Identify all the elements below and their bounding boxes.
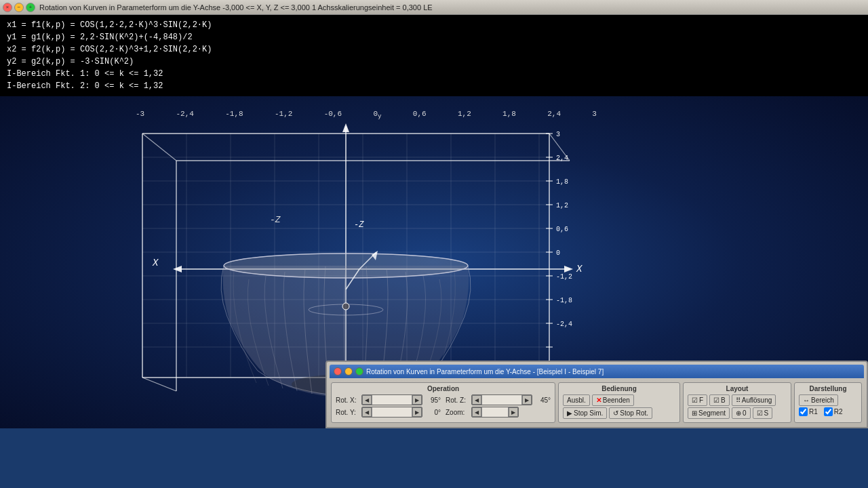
s-icon: ☑ — [757, 409, 763, 417]
info-area: x1 = f1(k,p) = COS(1,2·2,2·K)^3·SIN(2,2·… — [0, 15, 868, 96]
rot-z-left-arrow[interactable]: ◀ — [472, 395, 481, 405]
rot-x-row: Rot. X: ◀ ▶ 95° Rot. Z: ◀ ▶ 45° — [336, 394, 551, 405]
rot-z-value: 45° — [534, 396, 551, 404]
rot-x-track[interactable] — [372, 395, 412, 405]
rot-z-slider[interactable]: ◀ ▶ — [471, 394, 532, 405]
x-label--0.6: -0,6 — [324, 110, 342, 120]
svg-text:X: X — [152, 258, 159, 268]
rot-x-label: Rot. X: — [336, 396, 359, 404]
zoom-slider[interactable]: ◀ ▶ — [471, 407, 519, 418]
svg-point-61 — [224, 253, 468, 278]
bereich-button[interactable]: ↔ Bereich — [799, 394, 838, 406]
formula-line1: x1 = f1(k,p) = COS(1,2·2,2·K)^3·SIN(2,2·… — [7, 19, 861, 31]
svg-marker-31 — [173, 266, 182, 272]
zero-button[interactable]: ⊕ 0 — [732, 407, 751, 419]
s-button[interactable]: ☑ S — [753, 407, 773, 419]
b-icon: ☑ — [713, 396, 719, 404]
stop-sim-button[interactable]: ▶ Stop Sim. — [563, 407, 607, 419]
f-button[interactable]: ☑ F — [688, 394, 707, 406]
bedienung-row2: ▶ Stop Sim. ↺ Stop Rot. — [563, 407, 675, 419]
aufloesung-icon: ⠿ — [736, 396, 741, 404]
stop-rot-icon: ↺ — [613, 409, 618, 417]
zoom-right-arrow[interactable]: ▶ — [509, 407, 518, 417]
rot-x-slider[interactable]: ◀ ▶ — [361, 394, 422, 405]
close-button[interactable]: × — [3, 3, 12, 12]
minimize-button[interactable]: − — [14, 3, 24, 12]
maximize-button[interactable]: + — [26, 3, 35, 12]
window-buttons: × − + — [3, 3, 35, 12]
b-button[interactable]: ☑ B — [709, 394, 730, 406]
formula-line4: y2 = g2(k,p) = -3·SIN(K^2) — [7, 56, 861, 68]
rot-z-label: Rot. Z: — [446, 396, 469, 404]
segment-icon: ⊞ — [692, 409, 697, 417]
x-label-1.2: 1,2 — [458, 110, 471, 120]
rot-y-label: Rot. Y: — [336, 409, 359, 416]
bottom-panel: Rotation von Kurven in Parameterform um … — [326, 361, 868, 428]
r2-label: R2 — [834, 408, 843, 415]
layout-section: Layout ☑ F ☑ B ⠿ Auflösung — [683, 382, 791, 423]
svg-marker-28 — [342, 123, 349, 132]
rot-y-track[interactable] — [372, 407, 412, 417]
x-label-3: 3 — [592, 110, 597, 120]
x-label-1.8: 1,8 — [502, 110, 516, 120]
formula-line6: I-Bereich Fkt. 2: 0 <= k <= 1,32 — [7, 80, 861, 92]
formula-line5: I-Bereich Fkt. 1: 0 <= k <= 1,32 — [7, 68, 861, 80]
z-axis-label: -Z — [270, 215, 281, 225]
rot-x-left-arrow[interactable]: ◀ — [362, 395, 372, 405]
rot-x-right-arrow[interactable]: ▶ — [412, 395, 422, 405]
panel-max-btn[interactable] — [355, 367, 363, 375]
controls-row: Operation Rot. X: ◀ ▶ 95° Rot. Z: ◀ ▶ — [330, 381, 864, 424]
zoom-track[interactable] — [481, 407, 509, 417]
ausbl-button[interactable]: Ausbl. — [563, 394, 590, 406]
r2-checkbox-group[interactable]: R2 — [824, 407, 843, 416]
x-label--1.2: -1,2 — [275, 110, 292, 120]
svg-text:-1,8: -1,8 — [556, 297, 572, 304]
panel-min-btn[interactable] — [344, 367, 353, 375]
svg-text:2,4: 2,4 — [556, 155, 568, 162]
rot-z-right-arrow[interactable]: ▶ — [522, 395, 532, 405]
panel-close-btn[interactable] — [334, 367, 342, 375]
darstellung-label: Darstellung — [799, 385, 857, 392]
panel-title: Rotation von Kurven in Parameterform um … — [366, 368, 604, 375]
titlebar: × − + Rotation von Kurven in Parameterfo… — [0, 0, 868, 15]
operation-section: Operation Rot. X: ◀ ▶ 95° Rot. Z: ◀ ▶ — [331, 382, 555, 423]
rot-y-right-arrow[interactable]: ▶ — [412, 407, 422, 417]
x-label--1.8: -1,8 — [225, 110, 243, 120]
layout-label: Layout — [688, 385, 787, 392]
svg-point-65 — [342, 303, 349, 310]
stop-rot-button[interactable]: ↺ Stop Rot. — [609, 407, 652, 419]
svg-text:1,8: 1,8 — [556, 178, 568, 186]
rot-y-slider[interactable]: ◀ ▶ — [361, 407, 422, 418]
rot-x-value: 95° — [425, 396, 441, 404]
darstellung-row1: ↔ Bereich — [799, 394, 857, 406]
svg-text:1,2: 1,2 — [556, 202, 568, 209]
zoom-label: Zoom: — [446, 409, 469, 416]
darstellung-row2: R1 R2 — [799, 407, 857, 416]
rot-z-track[interactable] — [481, 395, 522, 405]
beenden-x-icon: ✕ — [596, 396, 601, 404]
formula-line2: y1 = g1(k,p) = 2,2·SIN(K^2)+(-4,848)/2 — [7, 31, 861, 43]
rot-y-value: 0° — [425, 409, 441, 416]
segment-button[interactable]: ⊞ Segment — [688, 407, 730, 419]
aufloesung-button[interactable]: ⠿ Auflösung — [732, 394, 776, 406]
x-axis-labels: -3 -2,4 -1,8 -1,2 -0,6 0y 0,6 1,2 1,8 2,… — [136, 110, 597, 120]
beenden-button[interactable]: ✕ Beenden — [592, 394, 634, 406]
window-title: Rotation von Kurven in Parameterform um … — [39, 3, 433, 12]
svg-text:3: 3 — [556, 131, 560, 138]
stop-sim-icon: ▶ — [567, 409, 572, 417]
rot-y-left-arrow[interactable]: ◀ — [362, 407, 372, 417]
r1-checkbox-group[interactable]: R1 — [799, 407, 818, 416]
x-label--3: -3 — [136, 110, 144, 120]
main-3d-view: -3 -2,4 -1,8 -1,2 -0,6 0y 0,6 1,2 1,8 2,… — [0, 96, 868, 428]
bedienung-row1: Ausbl. ✕ Beenden — [563, 394, 675, 406]
x-label-2.4: 2,4 — [547, 110, 561, 120]
x-label-0.6: 0,6 — [413, 110, 427, 120]
bedienung-section: Bedienung Ausbl. ✕ Beenden ▶ Stop Sim. ↺ — [558, 382, 680, 423]
r2-checkbox[interactable] — [824, 407, 833, 416]
operation-label: Operation — [336, 385, 551, 392]
svg-text:0: 0 — [556, 249, 560, 257]
r1-checkbox[interactable] — [799, 407, 808, 416]
svg-text:0,6: 0,6 — [556, 226, 568, 233]
r1-label: R1 — [809, 408, 818, 415]
zoom-left-arrow[interactable]: ◀ — [472, 407, 481, 417]
